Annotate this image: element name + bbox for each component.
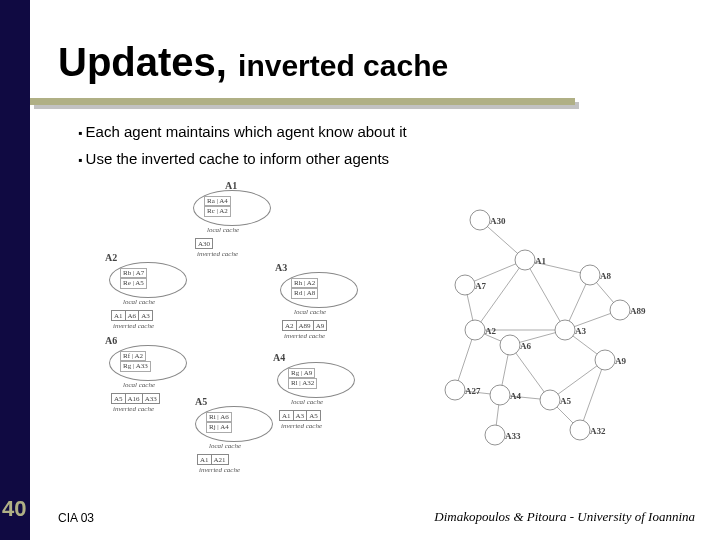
svg-point-28 [500, 335, 520, 355]
diagram: A1Ra | A4Rc | A2local cacheA30inverted c… [105, 180, 645, 470]
graph-node-label: A32 [590, 426, 606, 436]
svg-point-34 [570, 420, 590, 440]
graph-node-label: A3 [575, 326, 586, 336]
svg-point-24 [515, 250, 535, 270]
graph-node-label: A7 [475, 281, 486, 291]
svg-line-21 [580, 360, 605, 430]
svg-point-27 [555, 320, 575, 340]
graph-node-label: A8 [600, 271, 611, 281]
graph-svg [105, 180, 645, 470]
svg-point-23 [455, 275, 475, 295]
svg-point-35 [610, 300, 630, 320]
slide-number: 40 [2, 496, 26, 522]
graph-node-label: A5 [560, 396, 571, 406]
title-main: Updates, [58, 40, 238, 84]
bullet-item: Each agent maintains which agent know ab… [78, 118, 407, 145]
bullet-item: Use the inverted cache to inform other a… [78, 145, 407, 172]
svg-point-29 [595, 350, 615, 370]
svg-point-33 [485, 425, 505, 445]
footer-left: CIA 03 [58, 511, 94, 525]
graph-node-label: A4 [510, 391, 521, 401]
svg-point-26 [465, 320, 485, 340]
svg-point-31 [490, 385, 510, 405]
bullet-list: Each agent maintains which agent know ab… [78, 118, 407, 172]
svg-point-25 [580, 265, 600, 285]
graph-node-label: A27 [465, 386, 481, 396]
svg-line-3 [525, 260, 565, 330]
graph-node-label: A33 [505, 431, 521, 441]
graph-node-label: A89 [630, 306, 646, 316]
title-sub: inverted cache [238, 49, 448, 82]
title-underline [30, 98, 575, 105]
footer-right: Dimakopoulos & Pitoura - University of I… [434, 509, 695, 525]
left-accent-bar [0, 0, 30, 540]
graph-node-label: A9 [615, 356, 626, 366]
graph-node-label: A30 [490, 216, 506, 226]
slide-title: Updates, inverted cache [58, 40, 448, 85]
graph-node-label: A6 [520, 341, 531, 351]
graph-node-label: A2 [485, 326, 496, 336]
svg-point-22 [470, 210, 490, 230]
graph-node-label: A1 [535, 256, 546, 266]
svg-point-32 [540, 390, 560, 410]
svg-point-30 [445, 380, 465, 400]
